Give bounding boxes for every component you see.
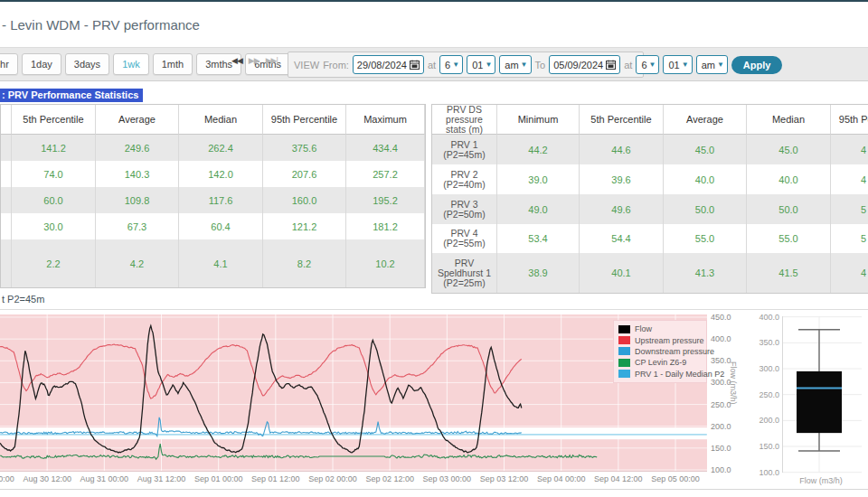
boxplot-tick-label: 300.0 <box>749 364 779 373</box>
flow-axis-tick-label: 200.0 <box>711 422 731 431</box>
boxplot-tick-label: 400.0 <box>749 313 779 322</box>
to-date-input[interactable]: 05/09/2024 <box>549 55 620 74</box>
stat-cell: 121.2 <box>263 213 346 239</box>
stat-cell: 44.2 <box>497 135 580 164</box>
flow-boxplot-chart[interactable] <box>782 316 862 474</box>
from-hour-value: 6 <box>445 60 450 70</box>
prv-timeseries-chart[interactable] <box>0 314 707 471</box>
page-title: - Levin WDM - PRV performance <box>2 17 200 33</box>
calendar-icon[interactable] <box>410 60 420 70</box>
from-ampm-select[interactable]: am▼ <box>499 55 531 74</box>
range-button-1mth[interactable]: 1mth <box>153 53 193 75</box>
range-button-1wk[interactable]: 1wk <box>113 53 149 75</box>
legend-item: Downstream pressure <box>618 346 702 357</box>
column-header: Minimum <box>497 105 580 135</box>
legend-label: CP Levin Z6-9 <box>635 358 686 367</box>
stat-cell: 4.2 <box>96 239 179 287</box>
from-date-value: 29/08/2024 <box>357 60 407 70</box>
range-button-3days[interactable]: 3days <box>65 53 109 75</box>
bottom-divider <box>0 489 868 490</box>
stat-cell: 60.0 <box>12 187 96 213</box>
stat-cell: 55.0 <box>664 224 747 253</box>
from-hour-select[interactable]: 6▼ <box>439 55 463 74</box>
flow-axis-tick-label: 450.0 <box>711 313 731 322</box>
view-date-panel: VIEW From: 29/08/2024 at 6▼ 01▼ am▼ To 0… <box>288 52 644 78</box>
to-date-value: 05/09/2024 <box>553 60 603 70</box>
chevron-down-icon: ▼ <box>521 61 528 69</box>
chart-title: t P2=45m <box>2 294 44 305</box>
stat-cell: 49.0 <box>497 194 580 224</box>
stat-cell: 207.6 <box>263 161 346 187</box>
stat-cell: 39.0 <box>497 164 580 194</box>
stat-cell: 39.6 <box>580 164 664 194</box>
stat-cell: 45.0 <box>664 135 747 164</box>
legend-item: CP Levin Z6-9 <box>618 357 702 368</box>
prev-period-button[interactable]: ◀◀ <box>231 56 242 65</box>
from-at-label: at <box>428 60 436 70</box>
to-hour-select[interactable]: 6▼ <box>636 55 659 74</box>
row-label: PRV Speldhurst 1 (P2=25m) <box>432 253 497 293</box>
chevron-down-icon: ▼ <box>452 61 459 69</box>
page: - Levin WDM - PRV performance 8hr1day3da… <box>0 0 868 497</box>
flow-axis-tick-label: 400.0 <box>711 334 731 343</box>
from-minute-select[interactable]: 01▼ <box>467 55 495 74</box>
stat-cell <box>1 187 12 213</box>
to-ampm-select[interactable]: am▼ <box>696 55 728 74</box>
to-minute-value: 01 <box>668 60 679 70</box>
stat-cell: 4.1 <box>179 239 263 287</box>
pressure-stats-table: PRV DS pressure stats (m)Minimum5th Perc… <box>431 104 868 294</box>
view-label: VIEW <box>294 60 319 70</box>
stat-cell: 4 <box>831 253 868 293</box>
top-border-line <box>0 0 868 2</box>
stat-cell: 38.9 <box>497 253 580 293</box>
x-tick-label: Sep 05 00:00 <box>639 474 712 483</box>
row-label: PRV 2 (P2=40m) <box>432 164 497 194</box>
stat-cell: 49.6 <box>580 194 664 224</box>
column-header <box>1 105 12 135</box>
stat-cell: 249.6 <box>96 135 179 161</box>
calendar-icon[interactable] <box>606 60 616 70</box>
column-header: 95th Percentile <box>831 105 868 135</box>
stat-cell <box>1 213 12 239</box>
column-header: Average <box>664 105 747 135</box>
chevron-down-icon: ▼ <box>682 61 689 69</box>
stat-cell: 181.2 <box>346 213 425 239</box>
stat-cell: 50.0 <box>747 194 831 224</box>
last-period-button[interactable]: ▶▶| <box>266 56 278 65</box>
stat-cell: 257.2 <box>346 161 425 187</box>
chevron-down-icon: ▼ <box>649 61 656 69</box>
next-period-button[interactable]: ▶▶ <box>249 56 259 65</box>
stat-cell: 160.0 <box>263 187 346 213</box>
legend-swatch <box>618 359 630 367</box>
stat-cell <box>1 239 12 287</box>
to-hour-value: 6 <box>641 60 646 70</box>
column-header: Median <box>747 105 831 135</box>
from-label: From: <box>323 60 349 70</box>
stat-cell: 109.8 <box>96 187 179 213</box>
column-header: PRV DS pressure stats (m) <box>432 105 497 135</box>
stat-cell: 117.6 <box>179 187 263 213</box>
stat-cell: 140.3 <box>96 161 179 187</box>
legend-label: Flow <box>635 324 652 333</box>
to-minute-select[interactable]: 01▼ <box>663 55 692 74</box>
row-label: PRV 4 (P2=55m) <box>432 224 497 253</box>
stat-cell <box>1 135 12 161</box>
range-button-1day[interactable]: 1day <box>22 53 61 75</box>
stat-cell: 74.0 <box>12 161 96 187</box>
column-header: Median <box>179 105 263 135</box>
legend-label: Upstream pressure <box>635 336 704 345</box>
flow-axis-tick-label: 100.0 <box>711 465 731 474</box>
column-header: Maximum <box>346 105 425 135</box>
from-ampm-value: am <box>505 60 518 70</box>
boxplot-tick-label: 200.0 <box>749 416 779 425</box>
stat-cell: 53.4 <box>497 224 580 253</box>
stat-cell: 40.0 <box>747 164 831 194</box>
apply-button[interactable]: Apply <box>731 56 783 74</box>
boxplot-tick-label: 100.0 <box>749 468 779 477</box>
chevron-down-icon: ▼ <box>717 61 724 69</box>
flow-stats-table: 5th PercentileAverageMedian95th Percenti… <box>0 104 426 288</box>
range-button-8hr[interactable]: 8hr <box>0 53 18 75</box>
from-date-input[interactable]: 29/08/2024 <box>353 55 424 74</box>
stat-cell: 44.6 <box>580 135 664 164</box>
flow-axis-title: Flow (m3/h) <box>729 361 738 405</box>
